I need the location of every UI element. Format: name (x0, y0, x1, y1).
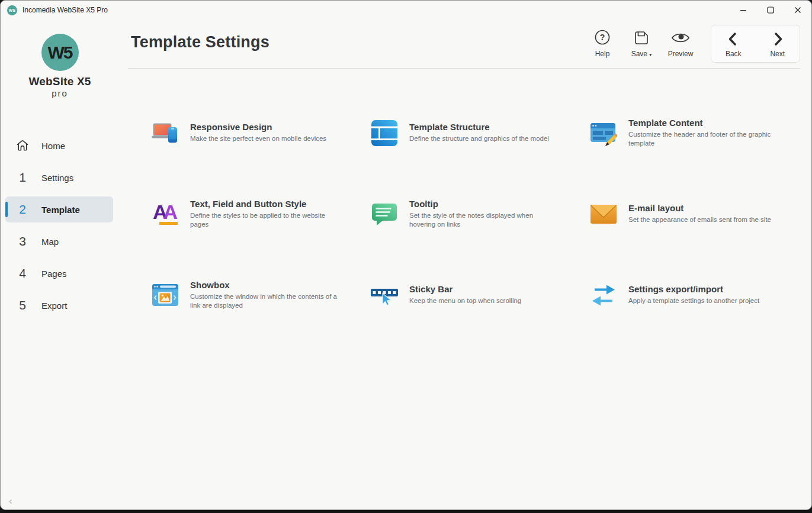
email-layout-icon (590, 201, 617, 228)
feature-showbox[interactable]: Showbox Customize the window in which th… (152, 280, 371, 310)
feature-desc: Customize the header and footer of the g… (628, 130, 778, 148)
feature-title: Responsive Design (190, 122, 339, 132)
feature-grid: Responsive Design Make the site perfect … (152, 92, 811, 335)
sidebar-item-label: Export (41, 301, 67, 311)
logo-badge: W5 (41, 34, 79, 71)
feature-sticky-bar[interactable]: Sticky Bar Keep the menu on top when scr… (371, 282, 590, 309)
minimize-button[interactable] (730, 1, 757, 20)
svg-text:?: ? (600, 33, 605, 42)
feature-desc: Make the site perfect even on mobile dev… (190, 134, 339, 143)
app-icon: WS (7, 5, 17, 15)
main-header: Template Settings ? Help (128, 20, 800, 69)
step-number: 5 (14, 298, 31, 312)
sidebar-item-label: Settings (41, 173, 73, 183)
sidebar-item-label: Map (41, 237, 59, 247)
feature-email-layout[interactable]: E-mail layout Set the appearance of emai… (590, 201, 809, 228)
help-button[interactable]: ? Help (583, 25, 622, 58)
save-icon (633, 29, 650, 47)
back-button[interactable]: Back (712, 25, 754, 62)
feature-title: Settings export/import (628, 284, 778, 294)
logo: W5 WebSite X5 pro (1, 34, 119, 98)
back-label: Back (726, 50, 742, 58)
template-content-icon (590, 120, 617, 147)
close-icon (793, 5, 803, 15)
close-button[interactable] (784, 1, 811, 20)
maximize-icon (766, 5, 775, 15)
preview-label: Preview (668, 50, 694, 58)
responsive-design-icon (152, 120, 179, 147)
preview-button[interactable]: Preview (661, 25, 700, 58)
showbox-icon (152, 282, 179, 309)
text-style-icon: AA (152, 201, 179, 228)
preview-icon (670, 29, 691, 47)
settings-export-import-icon (590, 282, 617, 309)
feature-text-style[interactable]: AA Text, Field and Button Style Define t… (152, 199, 371, 229)
feature-responsive-design[interactable]: Responsive Design Make the site perfect … (152, 120, 371, 147)
sidebar-item-label: Template (41, 205, 80, 215)
titlebar: WS Incomedia WebSite X5 Pro (1, 1, 811, 20)
collapse-sidebar-button[interactable]: ‹ (9, 495, 12, 507)
sidebar: W5 WebSite X5 pro Home 1 Settings (1, 20, 119, 510)
template-structure-icon (371, 120, 398, 147)
step-number: 2 (14, 202, 31, 217)
sidebar-nav: Home 1 Settings 2 Template 3 Map 4 Pages (1, 133, 119, 318)
toolbar: ? Help Save ▾ (583, 25, 800, 63)
feature-desc: Apply a template settings to another pro… (628, 296, 778, 305)
page-title: Template Settings (131, 33, 269, 51)
sidebar-item-settings[interactable]: 1 Settings (5, 164, 113, 191)
feature-title: Tooltip (409, 199, 559, 209)
feature-title: Template Structure (409, 122, 559, 132)
feature-desc: Set the style of the notes displayed whe… (409, 211, 559, 229)
feature-desc: Set the appearance of emails sent from t… (628, 215, 778, 224)
tooltip-icon (371, 201, 398, 228)
home-icon (14, 138, 31, 153)
feature-settings-export-import[interactable]: Settings export/import Apply a template … (590, 282, 809, 309)
next-button[interactable]: Next (757, 25, 798, 62)
sidebar-item-map[interactable]: 3 Map (5, 228, 113, 254)
feature-title: Template Content (628, 118, 778, 128)
chevron-left-icon: ‹ (9, 495, 12, 506)
sticky-bar-icon (371, 282, 398, 309)
sidebar-item-export[interactable]: 5 Export (5, 292, 113, 318)
feature-tooltip[interactable]: Tooltip Set the style of the notes displ… (371, 199, 590, 229)
back-next-group: Back Next (711, 25, 800, 63)
feature-template-structure[interactable]: Template Structure Define the structure … (371, 120, 590, 147)
feature-template-content[interactable]: Template Content Customize the header an… (590, 118, 809, 148)
sidebar-item-label: Pages (41, 269, 67, 279)
minimize-icon (739, 5, 748, 15)
feature-title: Text, Field and Button Style (190, 199, 339, 209)
app-title: Incomedia WebSite X5 Pro (23, 6, 108, 14)
step-number: 1 (14, 170, 31, 185)
next-label: Next (770, 50, 785, 58)
sidebar-item-label: Home (41, 141, 65, 151)
feature-desc: Define the styles to be applied to the w… (190, 211, 339, 229)
feature-title: Sticky Bar (409, 284, 559, 294)
sidebar-item-pages[interactable]: 4 Pages (5, 260, 113, 286)
feature-title: E-mail layout (628, 203, 778, 213)
back-icon (726, 31, 740, 47)
main-panel: Template Settings ? Help (119, 20, 811, 510)
logo-edition: pro (1, 88, 119, 98)
help-label: Help (595, 50, 610, 58)
feature-title: Showbox (190, 280, 339, 290)
sidebar-item-template[interactable]: 2 Template (5, 196, 113, 222)
feature-desc: Customize the window in which the conten… (190, 292, 339, 310)
caret-down-icon: ▾ (649, 52, 651, 57)
save-button[interactable]: Save ▾ (622, 25, 661, 58)
save-label: Save ▾ (631, 50, 652, 58)
step-number: 4 (14, 266, 31, 280)
sidebar-item-home[interactable]: Home (5, 133, 113, 159)
app-window: WS Incomedia WebSite X5 Pro W5 WebSite X… (0, 0, 812, 510)
feature-desc: Keep the menu on top when scrolling (409, 296, 559, 305)
logo-name: WebSite X5 (1, 75, 119, 88)
help-icon: ? (593, 29, 611, 47)
step-number: 3 (14, 234, 31, 249)
feature-desc: Define the structure and graphics of the… (409, 134, 559, 143)
maximize-button[interactable] (757, 1, 784, 20)
next-icon (771, 31, 785, 47)
